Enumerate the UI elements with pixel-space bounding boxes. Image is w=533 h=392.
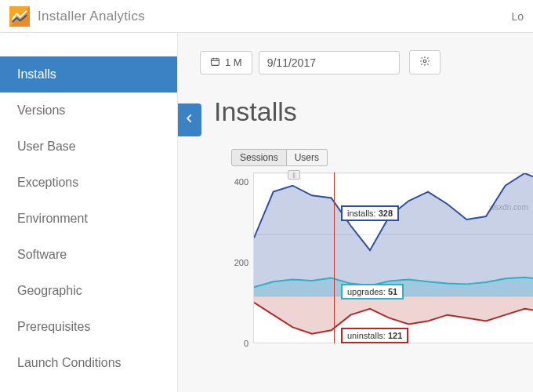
- tooltip-label: installs:: [347, 209, 376, 218]
- y-tick: 400: [227, 177, 248, 187]
- tab-users[interactable]: Users: [287, 149, 328, 166]
- sidebar-item-prerequisites[interactable]: Prerequisites: [0, 309, 177, 345]
- page-title: Installs: [214, 96, 297, 127]
- date-input[interactable]: [259, 51, 400, 74]
- sidebar-item-user-base[interactable]: User Base: [0, 129, 177, 165]
- sidebar-item-installs[interactable]: Installs: [0, 56, 177, 93]
- app-header: Installer Analytics Lo: [0, 0, 533, 33]
- cursor-line: [334, 172, 335, 343]
- plot-svg: [254, 173, 533, 343]
- y-tick: 200: [227, 258, 248, 267]
- watermark: wsxdn.com: [489, 203, 528, 212]
- toolbar: 1 M: [200, 50, 533, 74]
- gear-icon: [419, 56, 430, 69]
- sidebar-item-versions[interactable]: Versions: [0, 93, 177, 129]
- chevron-left-icon: [184, 113, 195, 127]
- page-title-row: Installs: [214, 96, 533, 127]
- app-title: Installer Analytics: [38, 9, 145, 24]
- collapse-sidebar-button[interactable]: [178, 103, 201, 136]
- svg-rect-0: [212, 58, 219, 65]
- tooltip-label: uninstalls:: [347, 331, 386, 340]
- sidebar-item-uninstall-survey[interactable]: Uninstall Survey: [0, 381, 177, 392]
- tooltip-installs: installs: 328: [341, 205, 399, 221]
- tooltip-value: 328: [379, 209, 393, 218]
- app-logo-icon: [9, 6, 30, 27]
- svg-point-4: [423, 60, 426, 63]
- sidebar-item-environment[interactable]: Environment: [0, 201, 177, 237]
- tooltip-uninstalls: uninstalls: 121: [341, 328, 408, 343]
- header-login-link[interactable]: Lo: [511, 10, 524, 23]
- tooltip-value: 51: [388, 287, 397, 296]
- main-panel: 1 M Installs Sessions Users 400 200 0 Se…: [178, 33, 533, 392]
- plot-area[interactable]: [253, 172, 533, 343]
- chart-mode-tabs: Sessions Users: [231, 149, 533, 166]
- sidebar-item-geographic[interactable]: Geographic: [0, 273, 177, 309]
- sidebar-item-software[interactable]: Software: [0, 237, 177, 273]
- range-handle[interactable]: ||: [288, 170, 300, 180]
- sidebar-item-exceptions[interactable]: Exceptions: [0, 165, 177, 201]
- settings-button[interactable]: [409, 50, 441, 74]
- installs-chart: 400 200 0 Sep 12 Sep 16 Sep 20 Sep 24 ||…: [231, 172, 533, 353]
- tab-sessions[interactable]: Sessions: [231, 149, 287, 166]
- calendar-icon: [210, 56, 220, 69]
- date-range-button[interactable]: 1 M: [200, 51, 252, 74]
- sidebar: Installs Versions User Base Exceptions E…: [0, 33, 178, 392]
- date-range-label: 1 M: [225, 56, 242, 68]
- y-tick: 0: [227, 339, 248, 348]
- sidebar-item-launch-conditions[interactable]: Launch Conditions: [0, 345, 177, 381]
- tooltip-value: 121: [388, 331, 402, 340]
- tooltip-label: upgrades:: [347, 287, 386, 296]
- y-axis: 400 200 0: [227, 172, 248, 353]
- tooltip-upgrades: upgrades: 51: [341, 284, 404, 299]
- svg-marker-8: [254, 173, 533, 296]
